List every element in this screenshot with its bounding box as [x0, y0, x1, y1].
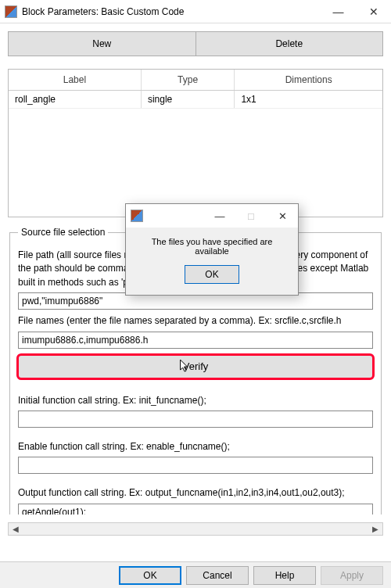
- initial-call-input[interactable]: [18, 411, 373, 428]
- output-call-input[interactable]: [18, 504, 373, 514]
- popup-message: The files you have specified are availab…: [134, 237, 290, 256]
- popup-close-button[interactable]: ✕: [267, 204, 298, 228]
- initial-call-label: Initial function call string. Ex: init_f…: [18, 394, 373, 407]
- cell-type[interactable]: single: [141, 91, 235, 109]
- cell-dimensions[interactable]: 1x1: [235, 91, 382, 109]
- scroll-left-icon[interactable]: ◀: [10, 525, 21, 533]
- message-dialog: — □ ✕ The files you have specified are a…: [125, 203, 299, 296]
- source-legend: Source file selection: [18, 227, 108, 238]
- enable-call-label: Enable function call string. Ex: enable_…: [18, 440, 373, 454]
- cursor-icon: [180, 359, 191, 373]
- dialog-button-bar: OK Cancel Help Apply: [0, 561, 391, 588]
- app-icon: [5, 5, 17, 18]
- popup-ok-button[interactable]: OK: [185, 265, 239, 284]
- ports-table: Label Type Dimentions roll_angle single …: [8, 69, 383, 217]
- enable-call-input[interactable]: [18, 457, 373, 474]
- new-button[interactable]: New: [8, 31, 196, 56]
- popup-titlebar: — □ ✕: [126, 204, 298, 228]
- filenames-input[interactable]: [18, 332, 373, 349]
- window-titlebar: Block Parameters: Basic Custom Code — ✕: [0, 0, 391, 23]
- col-dimensions[interactable]: Dimentions: [235, 70, 382, 91]
- popup-app-icon: [131, 210, 143, 222]
- apply-button: Apply: [321, 566, 383, 585]
- col-label[interactable]: Label: [9, 70, 141, 91]
- filenames-label: File names (enter the file names separat…: [18, 314, 373, 328]
- scroll-right-icon[interactable]: ▶: [370, 525, 381, 533]
- table-row[interactable]: roll_angle single 1x1: [9, 91, 382, 109]
- help-button[interactable]: Help: [253, 566, 316, 585]
- window-title: Block Parameters: Basic Custom Code: [22, 6, 321, 17]
- minimize-button[interactable]: —: [321, 0, 356, 23]
- horizontal-scrollbar[interactable]: ◀ ▶: [8, 522, 383, 536]
- ok-button[interactable]: OK: [119, 566, 181, 585]
- popup-maximize-button: □: [235, 204, 267, 228]
- cell-label[interactable]: roll_angle: [9, 91, 141, 109]
- close-button[interactable]: ✕: [356, 0, 391, 23]
- cancel-button[interactable]: Cancel: [186, 566, 249, 585]
- output-call-label: Output function call string. Ex: output_…: [18, 486, 373, 500]
- verify-button[interactable]: Verify: [18, 355, 373, 378]
- col-type[interactable]: Type: [141, 70, 235, 91]
- popup-minimize-button[interactable]: —: [204, 204, 235, 228]
- delete-button[interactable]: Delete: [196, 31, 384, 56]
